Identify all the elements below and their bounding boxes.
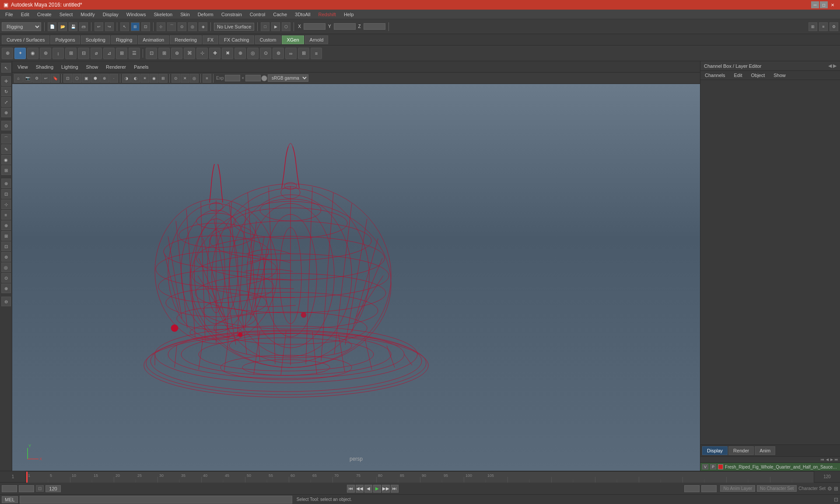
xgen-tool-2[interactable]: ✦ (14, 48, 26, 59)
left-extra[interactable]: ⊖ (1, 297, 11, 306)
menu-create[interactable]: Create (34, 11, 55, 18)
left-rig8[interactable]: ⊕ (1, 284, 11, 293)
transport-play[interactable]: ▶ (373, 485, 381, 493)
cb-tab-object[interactable]: Object (748, 72, 767, 79)
save-as-icon[interactable]: 🗃 (79, 22, 88, 31)
y-coord-input[interactable] (334, 23, 356, 30)
snap-point-icon[interactable]: ⊙ (178, 22, 186, 31)
menu-redshift[interactable]: Redshift (315, 11, 340, 18)
tool-settings-icon[interactable]: ⚙ (830, 22, 838, 31)
tab-rigging[interactable]: Rigging (111, 35, 137, 44)
menu-deform[interactable]: Deform (194, 11, 217, 18)
snap-grid-icon[interactable]: ⊹ (157, 22, 165, 31)
xgen-tool-24[interactable]: ⊞ (298, 48, 309, 59)
transport-prev-key[interactable]: ◀◀ (356, 485, 364, 493)
new-file-icon[interactable]: 📄 (48, 22, 56, 31)
xgen-tool-1[interactable]: ⊕ (2, 48, 13, 59)
tab-arnold[interactable]: Arnold (305, 35, 329, 44)
left-rig6[interactable]: ◎ (1, 262, 11, 272)
snap-live-icon[interactable]: ◈ (199, 22, 207, 31)
viewport[interactable]: persp X Y (12, 84, 700, 471)
xgen-tool-5[interactable]: ↕ (52, 48, 64, 59)
timeline-ruler[interactable]: 1 5 10 15 20 25 30 35 40 45 50 55 60 65 … (26, 471, 814, 483)
attr-editor-icon[interactable]: ≡ (819, 22, 828, 31)
xgen-tool-6[interactable]: ⊞ (65, 48, 77, 59)
layer-nav-prev[interactable]: ◀ (826, 458, 829, 462)
left-rig7[interactable]: ⊙ (1, 273, 11, 283)
title-bar-controls[interactable]: ─ □ ✕ (811, 1, 836, 8)
channel-box-expand-icon[interactable]: ▶ (833, 63, 836, 69)
vp-tab-view[interactable]: View (14, 63, 32, 70)
xgen-tool-20[interactable]: ◎ (247, 48, 259, 59)
transport-play-back[interactable]: ▶▶ (382, 485, 390, 493)
xgen-tool-22[interactable]: ⊚ (273, 48, 284, 59)
cb-tab-edit[interactable]: Edit (731, 72, 745, 79)
xgen-tool-23[interactable]: ∞ (285, 48, 297, 59)
left-rig3[interactable]: ⊞ (1, 231, 11, 241)
vp-shadow-icon[interactable]: ◑ (122, 74, 131, 83)
vp-smooth-icon[interactable]: ⬢ (91, 74, 100, 83)
vp-home-icon[interactable]: ⌂ (14, 74, 23, 83)
left-scale-tool[interactable]: ⤢ (1, 97, 11, 107)
vp-select-cam-icon[interactable]: 📷 (23, 74, 32, 83)
open-file-icon[interactable]: 📂 (58, 22, 67, 31)
tab-sculpting[interactable]: Sculpting (81, 35, 110, 44)
xgen-tool-15[interactable]: ⌘ (184, 48, 195, 59)
left-select-tool[interactable]: ↖ (1, 63, 11, 73)
left-move-tool[interactable]: ✛ (1, 76, 11, 86)
left-paint[interactable]: ✎ (1, 144, 11, 154)
xgen-tool-13[interactable]: ⊞ (158, 48, 170, 59)
snap-curve-icon[interactable]: ⌒ (167, 22, 176, 31)
channel-box-collapse-icon[interactable]: ◀ (828, 63, 832, 69)
snap-surface-icon[interactable]: ◎ (188, 22, 197, 31)
layer-nav-next[interactable]: ▶ (830, 458, 833, 462)
playback-frame-input[interactable] (46, 485, 61, 492)
vp-cam-settings-icon[interactable]: ⚙ (32, 74, 41, 83)
script-editor-icon[interactable]: ⊡ (834, 497, 838, 503)
select-all-icon[interactable]: ⊞ (131, 22, 140, 31)
vp-tab-panels[interactable]: Panels (130, 63, 152, 70)
menu-windows[interactable]: Windows (123, 11, 150, 18)
vp-tab-lighting[interactable]: Lighting (58, 63, 82, 70)
vp-undo-cam-icon[interactable]: ↩ (42, 74, 50, 83)
cb-tab-show[interactable]: Show (771, 72, 788, 79)
menu-select[interactable]: Select (56, 11, 77, 18)
lasso-icon[interactable]: ⊡ (141, 22, 150, 31)
left-universal-tool[interactable]: ⊕ (1, 108, 11, 117)
menu-constrain[interactable]: Constrain (218, 11, 245, 18)
layer-v-button[interactable]: V (702, 464, 708, 469)
layer-item[interactable]: V P Fresh_Riped_Fig_Whole_Quarter_and_Ha… (700, 462, 840, 471)
xgen-tool-10[interactable]: ⊞ (116, 48, 127, 59)
select-tool-icon[interactable]: ↖ (120, 22, 129, 31)
xgen-tool-17[interactable]: ✚ (209, 48, 220, 59)
layer-p-button[interactable]: P (710, 464, 716, 469)
left-soft-select[interactable]: ⊡ (1, 189, 11, 199)
playback-end-input[interactable]: 120 (684, 485, 700, 492)
range-start-input[interactable]: 1 (2, 485, 17, 492)
transport-go-end[interactable]: ⏭ (391, 485, 399, 493)
xgen-tool-4[interactable]: ⊛ (40, 48, 51, 59)
render-icon[interactable]: ▶ (271, 22, 280, 31)
left-snap-group[interactable]: ⊛ (1, 178, 11, 188)
menu-skeleton[interactable]: Skeleton (150, 11, 176, 18)
xgen-tool-21[interactable]: ⊙ (260, 48, 271, 59)
vp-tab-show[interactable]: Show (83, 63, 102, 70)
transport-go-start[interactable]: ⏮ (347, 485, 355, 493)
vp-xray-active-icon[interactable]: ✕ (181, 74, 189, 83)
exposure-input[interactable]: 0.00 (225, 75, 240, 81)
xgen-tool-16[interactable]: ⊹ (196, 48, 208, 59)
xgen-tool-8[interactable]: ⌀ (91, 48, 102, 59)
xgen-tool-12[interactable]: ⊡ (146, 48, 157, 59)
tab-curves-surfaces[interactable]: Curves / Surfaces (2, 35, 49, 44)
vp-tab-shading[interactable]: Shading (32, 63, 57, 70)
more-icon[interactable]: ⊞ (834, 486, 838, 492)
menu-3dtoa[interactable]: 3DtoAll (291, 11, 314, 18)
menu-control[interactable]: Control (246, 11, 269, 18)
mode-dropdown[interactable]: Rigging (2, 22, 41, 31)
layer-tab-anim[interactable]: Anim (755, 446, 775, 455)
redo-icon[interactable]: ↪ (105, 22, 114, 31)
char-set-selector[interactable]: No Character Set (757, 485, 797, 492)
vp-point-icon[interactable]: · (109, 74, 118, 83)
vp-reflection-icon[interactable]: ◉ (150, 74, 158, 83)
current-frame-input[interactable]: 1 (19, 485, 34, 492)
